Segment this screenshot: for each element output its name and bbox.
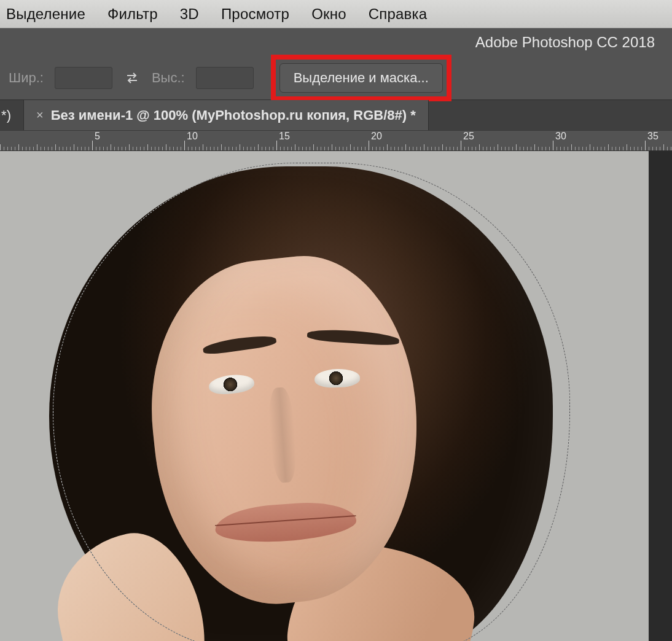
- tab-label: Без имени-1 @ 100% (MyPhotoshop.ru копия…: [51, 107, 416, 123]
- menu-bar: Выделение Фильтр 3D Просмотр Окно Справк…: [0, 0, 672, 28]
- canvas-image: [25, 154, 590, 641]
- ruler-label: 30: [555, 131, 566, 142]
- height-label: Выс.:: [152, 70, 185, 86]
- options-bar: Шир.: Выс.: Выделение и маска...: [0, 56, 672, 99]
- select-and-mask-button[interactable]: Выделение и маска...: [279, 63, 443, 93]
- ruler-label: 15: [279, 131, 290, 142]
- ruler-label: 5: [95, 131, 100, 142]
- ruler-label: 35: [647, 131, 658, 142]
- ruler-label: 25: [463, 131, 474, 142]
- app-title: Adobe Photoshop CC 2018: [475, 34, 655, 51]
- menu-filter[interactable]: Фильтр: [107, 6, 158, 23]
- tab-inactive-partial[interactable]: *): [0, 100, 23, 130]
- width-input[interactable]: [55, 67, 112, 89]
- ruler-label: 20: [371, 131, 382, 142]
- menu-selection[interactable]: Выделение: [6, 6, 85, 23]
- ruler-label: 10: [187, 131, 198, 142]
- menu-help[interactable]: Справка: [369, 6, 428, 23]
- menu-3d[interactable]: 3D: [180, 6, 199, 23]
- tab-label: *): [1, 107, 11, 123]
- document-canvas[interactable]: [0, 151, 649, 641]
- width-label: Шир.:: [9, 70, 44, 86]
- close-icon[interactable]: ×: [36, 108, 44, 122]
- swap-dimensions-icon[interactable]: [123, 69, 141, 87]
- document-tabs: *) × Без имени-1 @ 100% (MyPhotoshop.ru …: [0, 99, 672, 130]
- menu-view[interactable]: Просмотр: [221, 6, 289, 23]
- title-bar: Adobe Photoshop CC 2018: [0, 28, 672, 56]
- annotation-highlight: Выделение и маска...: [271, 55, 451, 101]
- horizontal-ruler[interactable]: 5101520253035: [0, 130, 672, 151]
- height-input[interactable]: [196, 67, 254, 89]
- menu-window[interactable]: Окно: [311, 6, 346, 23]
- tab-active[interactable]: × Без имени-1 @ 100% (MyPhotoshop.ru коп…: [23, 100, 429, 130]
- workspace: [0, 151, 672, 641]
